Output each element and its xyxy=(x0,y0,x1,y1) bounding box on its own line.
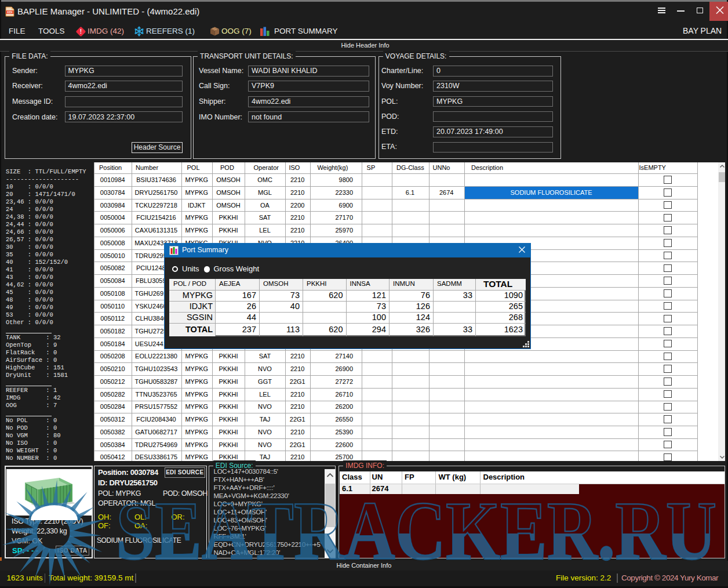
svg-text:EDI: EDI xyxy=(8,10,13,14)
svg-text:!: ! xyxy=(80,28,82,35)
